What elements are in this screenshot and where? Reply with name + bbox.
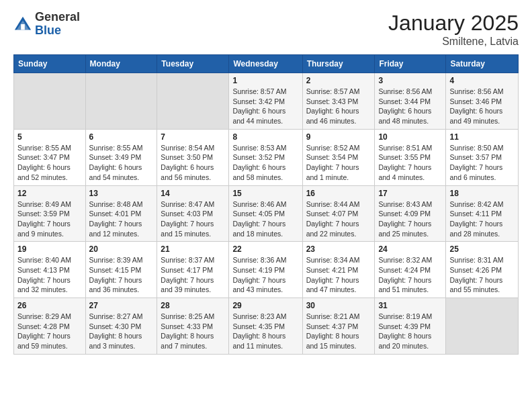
weekday-header-saturday: Saturday [446,55,519,73]
calendar-cell [446,298,519,355]
day-info: Sunrise: 8:53 AM Sunset: 3:52 PM Dayligh… [232,143,298,183]
calendar-week-4: 19Sunrise: 8:40 AM Sunset: 4:13 PM Dayli… [14,242,519,298]
day-info: Sunrise: 8:19 AM Sunset: 4:39 PM Dayligh… [378,312,442,351]
day-number: 29 [232,301,298,310]
day-info: Sunrise: 8:23 AM Sunset: 4:35 PM Dayligh… [232,312,298,351]
calendar-week-5: 26Sunrise: 8:29 AM Sunset: 4:28 PM Dayli… [14,298,519,355]
calendar-cell: 17Sunrise: 8:43 AM Sunset: 4:09 PM Dayli… [375,185,446,242]
day-info: Sunrise: 8:32 AM Sunset: 4:24 PM Dayligh… [378,255,442,295]
day-info: Sunrise: 8:50 AM Sunset: 3:57 PM Dayligh… [449,143,515,183]
logo-general-text: General [35,10,80,24]
calendar-cell: 16Sunrise: 8:44 AM Sunset: 4:07 PM Dayli… [302,185,375,242]
day-number: 23 [306,244,371,254]
location-title: Smiltene, Latvia [388,36,519,48]
day-info: Sunrise: 8:40 AM Sunset: 4:13 PM Dayligh… [17,255,82,295]
calendar-cell: 18Sunrise: 8:42 AM Sunset: 4:11 PM Dayli… [446,185,519,242]
logo-blue-text: Blue [35,24,61,37]
day-number: 15 [232,189,298,198]
day-info: Sunrise: 8:56 AM Sunset: 3:44 PM Dayligh… [378,87,442,126]
day-info: Sunrise: 8:57 AM Sunset: 3:43 PM Dayligh… [306,87,371,126]
day-number: 1 [232,76,298,85]
calendar-cell: 21Sunrise: 8:37 AM Sunset: 4:17 PM Dayli… [157,242,229,298]
calendar-cell [14,73,86,130]
day-number: 20 [89,244,154,254]
calendar-cell: 19Sunrise: 8:40 AM Sunset: 4:13 PM Dayli… [14,242,86,298]
day-info: Sunrise: 8:55 AM Sunset: 3:47 PM Dayligh… [17,143,82,183]
svg-rect-2 [21,24,25,30]
day-number: 4 [449,76,515,85]
day-number: 5 [17,132,82,142]
day-number: 30 [306,301,371,310]
calendar-cell: 29Sunrise: 8:23 AM Sunset: 4:35 PM Dayli… [229,298,302,355]
day-number: 17 [378,189,442,198]
day-number: 8 [232,132,298,142]
day-number: 3 [378,76,442,85]
day-info: Sunrise: 8:56 AM Sunset: 3:46 PM Dayligh… [449,87,515,126]
calendar-cell: 25Sunrise: 8:31 AM Sunset: 4:26 PM Dayli… [446,242,519,298]
calendar-cell: 15Sunrise: 8:46 AM Sunset: 4:05 PM Dayli… [229,185,302,242]
calendar: SundayMondayTuesdayWednesdayThursdayFrid… [13,54,519,355]
day-info: Sunrise: 8:25 AM Sunset: 4:33 PM Dayligh… [161,312,225,351]
day-info: Sunrise: 8:49 AM Sunset: 3:59 PM Dayligh… [17,199,82,239]
calendar-cell: 4Sunrise: 8:56 AM Sunset: 3:46 PM Daylig… [446,73,519,130]
page: General Blue January 2025 Smiltene, Latv… [0,0,532,411]
day-info: Sunrise: 8:27 AM Sunset: 4:30 PM Dayligh… [89,312,154,351]
calendar-header-row: SundayMondayTuesdayWednesdayThursdayFrid… [14,55,519,73]
weekday-header-sunday: Sunday [14,55,86,73]
day-number: 7 [161,132,225,142]
weekday-header-monday: Monday [85,55,157,73]
day-number: 25 [449,244,515,254]
logo-icon [13,15,32,34]
day-info: Sunrise: 8:55 AM Sunset: 3:49 PM Dayligh… [89,143,154,183]
calendar-cell: 6Sunrise: 8:55 AM Sunset: 3:49 PM Daylig… [85,129,157,185]
logo: General Blue [13,11,80,38]
calendar-week-1: 1Sunrise: 8:57 AM Sunset: 3:42 PM Daylig… [14,73,519,130]
calendar-cell: 23Sunrise: 8:34 AM Sunset: 4:21 PM Dayli… [302,242,375,298]
calendar-cell [85,73,157,130]
day-number: 28 [161,301,225,310]
day-info: Sunrise: 8:34 AM Sunset: 4:21 PM Dayligh… [306,255,371,295]
month-title: January 2025 [388,11,519,36]
day-number: 11 [449,132,515,142]
day-number: 19 [17,244,82,254]
calendar-cell: 7Sunrise: 8:54 AM Sunset: 3:50 PM Daylig… [157,129,229,185]
day-number: 26 [17,301,82,310]
day-info: Sunrise: 8:37 AM Sunset: 4:17 PM Dayligh… [161,255,225,295]
header: General Blue January 2025 Smiltene, Latv… [13,11,519,48]
calendar-cell: 13Sunrise: 8:48 AM Sunset: 4:01 PM Dayli… [85,185,157,242]
day-number: 22 [232,244,298,254]
day-info: Sunrise: 8:29 AM Sunset: 4:28 PM Dayligh… [17,312,82,351]
weekday-header-thursday: Thursday [302,55,375,73]
day-info: Sunrise: 8:51 AM Sunset: 3:55 PM Dayligh… [378,143,442,183]
calendar-cell: 26Sunrise: 8:29 AM Sunset: 4:28 PM Dayli… [14,298,86,355]
day-number: 6 [89,132,154,142]
calendar-cell: 1Sunrise: 8:57 AM Sunset: 3:42 PM Daylig… [229,73,302,130]
day-info: Sunrise: 8:31 AM Sunset: 4:26 PM Dayligh… [449,255,515,295]
day-info: Sunrise: 8:57 AM Sunset: 3:42 PM Dayligh… [232,87,298,126]
calendar-cell: 8Sunrise: 8:53 AM Sunset: 3:52 PM Daylig… [229,129,302,185]
day-number: 12 [17,189,82,198]
weekday-header-friday: Friday [375,55,446,73]
title-block: January 2025 Smiltene, Latvia [388,11,519,48]
day-number: 21 [161,244,225,254]
day-info: Sunrise: 8:47 AM Sunset: 4:03 PM Dayligh… [161,199,225,239]
day-number: 16 [306,189,371,198]
day-info: Sunrise: 8:42 AM Sunset: 4:11 PM Dayligh… [449,199,515,239]
day-info: Sunrise: 8:36 AM Sunset: 4:19 PM Dayligh… [232,255,298,295]
day-number: 9 [306,132,371,142]
calendar-cell: 14Sunrise: 8:47 AM Sunset: 4:03 PM Dayli… [157,185,229,242]
day-info: Sunrise: 8:52 AM Sunset: 3:54 PM Dayligh… [306,143,371,183]
day-info: Sunrise: 8:44 AM Sunset: 4:07 PM Dayligh… [306,199,371,239]
day-number: 27 [89,301,154,310]
calendar-cell: 12Sunrise: 8:49 AM Sunset: 3:59 PM Dayli… [14,185,86,242]
calendar-cell: 11Sunrise: 8:50 AM Sunset: 3:57 PM Dayli… [446,129,519,185]
day-number: 10 [378,132,442,142]
day-info: Sunrise: 8:46 AM Sunset: 4:05 PM Dayligh… [232,199,298,239]
weekday-header-tuesday: Tuesday [157,55,229,73]
day-number: 2 [306,76,371,85]
day-number: 24 [378,244,442,254]
calendar-cell: 31Sunrise: 8:19 AM Sunset: 4:39 PM Dayli… [375,298,446,355]
calendar-cell: 3Sunrise: 8:56 AM Sunset: 3:44 PM Daylig… [375,73,446,130]
calendar-cell: 22Sunrise: 8:36 AM Sunset: 4:19 PM Dayli… [229,242,302,298]
calendar-cell: 30Sunrise: 8:21 AM Sunset: 4:37 PM Dayli… [302,298,375,355]
